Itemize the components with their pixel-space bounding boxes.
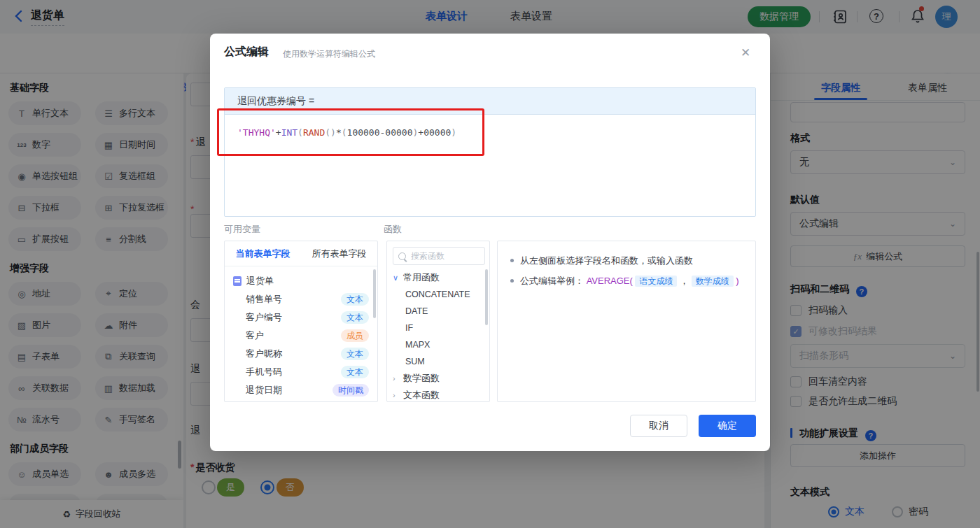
formula-token: 'THYHQ'	[237, 127, 276, 138]
function-group[interactable]: ›文本函数	[387, 387, 489, 402]
function-group-label: 常用函数	[403, 271, 440, 284]
tips-panel: 从左侧面板选择字段名和函数，或输入函数 公式编辑举例： AVERAGE( 语文成…	[497, 241, 756, 402]
scrollbar[interactable]	[485, 269, 488, 325]
tip-item: 公式编辑举例： AVERAGE( 语文成绩 ， 数学成绩 )	[510, 274, 743, 288]
formula-token: )	[451, 127, 456, 138]
search-icon	[398, 252, 406, 260]
bullet-icon	[510, 259, 514, 262]
variables-tabs: 当前表单字段 所有表单字段	[225, 241, 377, 266]
formula-editor[interactable]: 退回优惠券编号 = 'THYHQ'+INT(RAND()*(100000-000…	[224, 87, 756, 217]
close-icon[interactable]: ✕	[741, 45, 750, 60]
formula-token: 100000	[347, 127, 380, 138]
variable-name: 手机号码	[246, 366, 282, 378]
search-input[interactable]	[410, 250, 475, 262]
variable-type-badge: 成员	[341, 329, 369, 342]
variables-section-label: 可用变量	[224, 223, 260, 236]
function-group-label: 数学函数	[403, 372, 440, 385]
function-tree: ∨常用函数CONCATENATEDATEIFMAPXSUM›数学函数›文本函数	[387, 269, 489, 402]
variable-row[interactable]: 退货日期时间戳	[225, 381, 377, 399]
variable-name: 客户编号	[246, 311, 282, 324]
variable-type-badge: 文本	[341, 348, 369, 360]
formula-token: (	[342, 127, 347, 138]
variable-name: 退货日期	[246, 384, 282, 397]
variable-type-badge: 时间戳	[332, 384, 369, 397]
formula-token: (	[298, 127, 303, 138]
variable-row[interactable]: 客户昵称文本	[225, 345, 377, 363]
variable-name: 客户昵称	[246, 348, 282, 360]
chevron-right-icon: ›	[393, 391, 400, 399]
formula-token: 00000	[424, 127, 451, 138]
variable-row[interactable]: 手机号码文本	[225, 363, 377, 381]
formula-expression[interactable]: 'THYHQ'+INT(RAND()*(100000-00000)+00000)	[237, 127, 456, 138]
formula-target: 退回优惠券编号 =	[225, 88, 755, 115]
variable-type-badge: 文本	[341, 293, 369, 306]
field-chip[interactable]: 语文成绩	[635, 276, 677, 287]
confirm-button[interactable]: 确定	[699, 415, 756, 437]
function-item[interactable]: MAPX	[387, 336, 489, 353]
variable-rows: 销售单号文本客户编号文本客户成员客户昵称文本手机号码文本退货日期时间戳	[225, 290, 377, 399]
tab-current-form-fields[interactable]: 当前表单字段	[225, 248, 301, 260]
functions-panel: ∨常用函数CONCATENATEDATEIFMAPXSUM›数学函数›文本函数	[386, 241, 490, 402]
formula-token: *	[336, 127, 342, 138]
form-document-icon	[233, 276, 241, 286]
function-item[interactable]: DATE	[387, 303, 489, 320]
variable-row[interactable]: 客户成员	[225, 327, 377, 345]
dialog-title: 公式编辑	[224, 45, 269, 59]
function-group[interactable]: ›数学函数	[387, 370, 489, 387]
scrollbar[interactable]	[373, 269, 376, 318]
variable-row[interactable]: 销售单号文本	[225, 290, 377, 308]
function-item[interactable]: SUM	[387, 353, 489, 370]
variable-name: 客户	[246, 329, 264, 342]
formula-token: )	[330, 127, 336, 138]
cancel-button[interactable]: 取消	[630, 415, 687, 437]
formula-token: INT	[281, 127, 298, 138]
function-group-label: 文本函数	[403, 389, 440, 401]
tab-all-form-fields[interactable]: 所有表单字段	[301, 248, 377, 260]
function-item[interactable]: CONCATENATE	[387, 286, 489, 303]
formula-token: (	[325, 127, 330, 138]
chevron-right-icon: ›	[393, 374, 400, 383]
variable-name: 销售单号	[246, 293, 282, 306]
variable-row[interactable]: 客户编号文本	[225, 308, 377, 327]
formula-token: +	[276, 127, 281, 138]
function-search[interactable]	[393, 247, 485, 265]
formula-token: 00000	[385, 127, 412, 138]
variable-type-badge: 文本	[341, 366, 369, 378]
variables-panel: 当前表单字段 所有表单字段 退货单 销售单号文本客户编号文本客户成员客户昵称文本…	[224, 241, 378, 402]
variables-root[interactable]: 退货单	[233, 275, 377, 287]
function-group[interactable]: ∨常用函数	[387, 269, 489, 286]
field-chip[interactable]: 数学成绩	[692, 276, 734, 287]
formula-edit-dialog: 公式编辑 使用数学运算符编辑公式 ✕ 退回优惠券编号 = 'THYHQ'+INT…	[210, 34, 770, 451]
dialog-subtitle: 使用数学运算符编辑公式	[283, 48, 375, 60]
formula-token: +	[418, 127, 424, 138]
function-item[interactable]: IF	[387, 320, 489, 336]
variable-type-badge: 文本	[341, 311, 369, 324]
bullet-icon	[510, 279, 514, 283]
functions-section-label: 函数	[384, 223, 402, 236]
formula-token: RAND	[303, 127, 325, 138]
chevron-down-icon: ∨	[393, 273, 400, 283]
tip-item: 从左侧面板选择字段名和函数，或输入函数	[510, 254, 743, 267]
